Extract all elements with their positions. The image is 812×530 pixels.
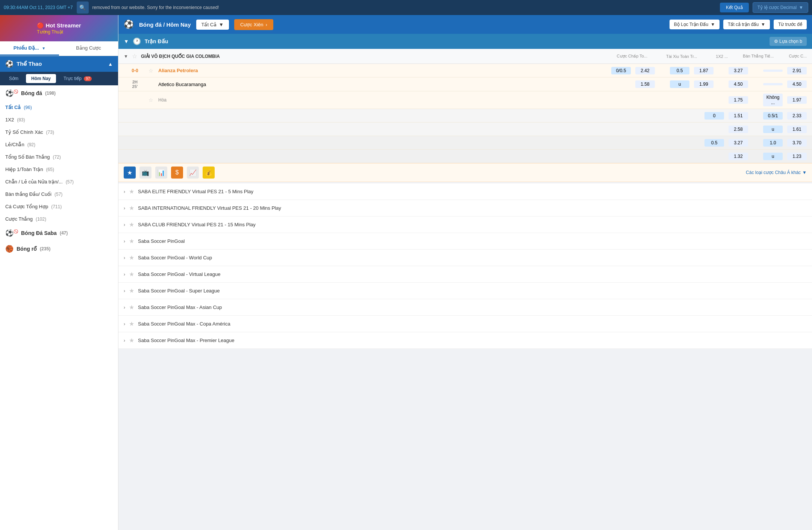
- league-star[interactable]: ★: [129, 287, 134, 294]
- odds-taixiu2[interactable]: 0.5/1: [763, 112, 783, 120]
- odds-v2-over[interactable]: 1.87: [694, 67, 714, 74]
- sidebar-item-le-chan[interactable]: Lẻ/Chẵn (92): [0, 138, 118, 151]
- league-star[interactable]: ★: [129, 221, 134, 228]
- odds-chap3[interactable]: 0.5: [704, 139, 724, 147]
- odds-v3-draw[interactable]: 1.97: [787, 96, 807, 104]
- league-list-item[interactable]: › ★ Saba Soccer PinGoal - Virtual League: [118, 266, 812, 283]
- match-row-hoa: ☆ Hòa 1.75 Không ... 1.97: [118, 91, 812, 109]
- odds-ban-draw[interactable]: Không ...: [763, 94, 783, 106]
- odds-v2-under[interactable]: 1.99: [694, 80, 714, 88]
- odds-taixiu-over[interactable]: 0.5: [670, 67, 689, 74]
- sidebar-item-chan-le[interactable]: Chẵn / Lẻ của Nửa trận/... (57): [0, 176, 118, 188]
- league-star[interactable]: ★: [129, 304, 134, 311]
- coin-icon[interactable]: 💰: [203, 167, 215, 179]
- match-row-odds2b: 2.58 u 1.61: [118, 123, 812, 136]
- sidebar-item-ty-so[interactable]: Tỷ Số Chính Xác (73): [0, 126, 118, 138]
- sidebar-item-bong-da-saba[interactable]: ⚽🚫 Bóng Đá Saba (47): [0, 225, 118, 241]
- tv-icon[interactable]: 📺: [139, 167, 151, 179]
- cuoc-xien-button[interactable]: Cược Xiên ›: [234, 19, 273, 30]
- odds-v1-2[interactable]: 1.51: [729, 112, 748, 120]
- sidebar-item-hiep1[interactable]: Hiệp 1/Toàn Trận (65): [0, 163, 118, 176]
- hoa-label: Hòa: [155, 97, 611, 103]
- odds-taixiu3[interactable]: 1.0: [763, 139, 783, 147]
- league-list-item[interactable]: › ★ Saba Soccer PinGoal: [118, 233, 812, 250]
- search-button[interactable]: 🔍: [77, 2, 89, 14]
- lua-chon-button[interactable]: ⚙ Lựa chọn b: [770, 37, 807, 46]
- collapse-button[interactable]: ▼: [124, 38, 129, 44]
- odds-x1x2-draw[interactable]: 1.75: [729, 96, 748, 104]
- dollar-icon[interactable]: $: [171, 167, 183, 179]
- league-star[interactable]: ★: [129, 320, 134, 327]
- league-list-item[interactable]: › ★ SABA ELITE FRIENDLY Virtual PES 21 -…: [118, 183, 812, 200]
- star-action-icon[interactable]: ★: [124, 167, 136, 179]
- banner-title: 🔴 Hot Streamer: [37, 22, 81, 29]
- ket-qua-button[interactable]: Kết Quả: [720, 3, 749, 12]
- league-star[interactable]: ★: [129, 188, 134, 195]
- collapse-league-button[interactable]: ▼: [124, 54, 128, 59]
- tab-bang-cuoc[interactable]: Bảng Cược: [59, 41, 118, 56]
- league-list-item[interactable]: › ★ Saba Soccer PinGoal Max - Asian Cup: [118, 299, 812, 316]
- league-list-item[interactable]: › ★ SABA INTERNATIONAL FRIENDLY Virtual …: [118, 200, 812, 217]
- sidebar-item-tong-so[interactable]: Tổng Số Bàn Thắng (72): [0, 151, 118, 163]
- league-star[interactable]: ★: [129, 204, 134, 212]
- nav-tab-truc-tiep[interactable]: Trực tiếp 97: [58, 74, 97, 83]
- chevron-right-icon: ›: [124, 338, 125, 343]
- odds-ban-away[interactable]: [763, 83, 783, 85]
- league-star[interactable]: ★: [129, 238, 134, 245]
- the-thao-header[interactable]: ⚽ Thể Thao ▲: [0, 56, 118, 72]
- tat-ca-dropdown[interactable]: Tất Cả ▼: [196, 20, 229, 30]
- odds-chap2[interactable]: 0: [704, 112, 724, 120]
- odds-v3-home[interactable]: 2.91: [787, 67, 807, 74]
- league-star[interactable]: ☆: [132, 53, 137, 60]
- odds-x1x2-away[interactable]: 4.50: [729, 80, 748, 88]
- match-star[interactable]: ☆: [146, 68, 155, 74]
- league-star[interactable]: ★: [129, 337, 134, 344]
- odds-taixiu-under[interactable]: u: [670, 80, 689, 88]
- match-star-2[interactable]: ☆: [146, 97, 155, 103]
- sidebar-item-1x2[interactable]: 1X2 (83): [0, 114, 118, 126]
- tu-truoc-dropdown[interactable]: Từ trước đề: [774, 20, 807, 29]
- odds-v1-3b[interactable]: 1.32: [729, 153, 748, 160]
- bo-loc-dropdown[interactable]: Bộ Lọc Trận Đấu ▼: [670, 20, 720, 29]
- league-list-item[interactable]: › ★ Saba Soccer PinGoal - Super League: [118, 283, 812, 299]
- odds-v1-home[interactable]: 2.42: [635, 67, 655, 74]
- league-list-item[interactable]: › ★ SABA CLUB FRIENDLY Virtual PES 21 - …: [118, 217, 812, 233]
- odds-taixiu3b[interactable]: u: [763, 153, 783, 160]
- ty-le-dropdown[interactable]: Tỷ lệ cược Decimal ▼: [753, 2, 808, 13]
- odds-taixiu2b[interactable]: u: [763, 126, 783, 133]
- odds-v2-3b[interactable]: 1.23: [787, 153, 807, 160]
- nav-tab-som[interactable]: Sớm: [4, 74, 24, 83]
- tai-xiu-label: Tài Xiu Toàn Tr...: [666, 54, 697, 59]
- tat-ca-tran-dropdown[interactable]: Tất cả trận đấu ▼: [723, 20, 770, 29]
- league-star[interactable]: ★: [129, 271, 134, 278]
- odds-v2-2b[interactable]: 1.61: [787, 126, 807, 133]
- league-star[interactable]: ★: [129, 254, 134, 261]
- tab-phieu-dat[interactable]: Phiếu Đặ... ▼: [0, 41, 59, 56]
- odds-v1-away[interactable]: 1.58: [635, 80, 655, 88]
- odds-v2-3[interactable]: 3.70: [787, 139, 807, 147]
- odds-ban-home[interactable]: [763, 70, 783, 72]
- table-container: ▼ ☆ GIẢI VÔ ĐỊCH QUỐC GIA COLOMBIA Cược …: [118, 49, 812, 530]
- odds-v3-away[interactable]: 4.50: [787, 80, 807, 88]
- chau-a-button[interactable]: Các loại cược Châu Á khác ▼: [746, 170, 807, 175]
- odds-v1-3[interactable]: 3.27: [729, 139, 748, 147]
- odds-chap-home[interactable]: 0/0.5: [611, 67, 631, 74]
- chevron-right-icon: ›: [124, 206, 125, 211]
- odds-v1-2b[interactable]: 2.58: [729, 126, 748, 133]
- league-list-item[interactable]: › ★ Saba Soccer PinGoal - World Cup: [118, 250, 812, 266]
- league-list-item[interactable]: › ★ Saba Soccer PinGoal Max - Premier Le…: [118, 332, 812, 349]
- sidebar-item-bong-da[interactable]: ⚽🚫 Bóng đá (198): [0, 85, 118, 101]
- sidebar-item-ban-thang[interactable]: Bàn thắng Đầu/ Cuối (57): [0, 188, 118, 200]
- nav-tab-hom-nay[interactable]: Hôm Nay: [26, 74, 56, 83]
- basketball-icon: 🏀: [5, 245, 14, 253]
- sidebar-sport-list: ⚽🚫 Bóng đá (198) Tất Cả (96) 1X2 (83) Tỷ…: [0, 85, 118, 530]
- odds-v2-2[interactable]: 2.33: [787, 112, 807, 120]
- sidebar-item-bong-ro[interactable]: 🏀 Bóng rổ (235): [0, 241, 118, 257]
- chart-icon[interactable]: 📈: [187, 167, 199, 179]
- sidebar-item-cuoc-thang[interactable]: Cược Thắng (102): [0, 213, 118, 225]
- sidebar-item-ca-cuoc[interactable]: Cá Cược Tổng Hợp (711): [0, 200, 118, 213]
- league-list-item[interactable]: › ★ Saba Soccer PinGoal Max - Copa Améri…: [118, 316, 812, 332]
- stats-icon[interactable]: 📊: [155, 167, 167, 179]
- sidebar-item-tat-ca[interactable]: Tất Cả (96): [0, 101, 118, 114]
- odds-x1x2-home[interactable]: 3.27: [729, 67, 748, 74]
